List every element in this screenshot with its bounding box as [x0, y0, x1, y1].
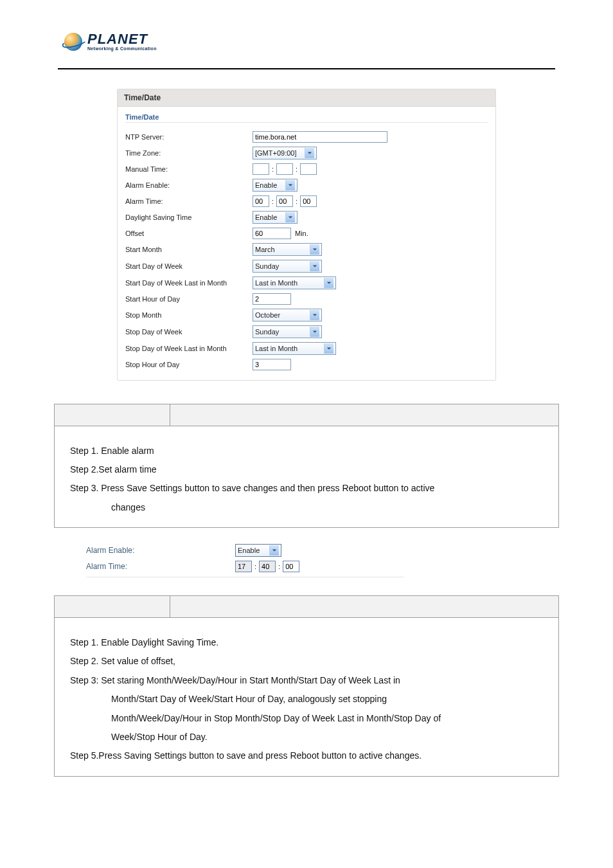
brand-name: PLANET	[87, 32, 157, 46]
globe-icon	[64, 33, 82, 51]
instr-line: Month/Start Day of Week/Start Hour of Da…	[70, 690, 546, 709]
instr-line: Step 5.Press Saving Settings button to s…	[70, 746, 546, 765]
alarm-sec-input-2[interactable]	[283, 561, 299, 572]
chevron-down-icon	[310, 310, 319, 320]
instr-line: Step 3: Set staring Month/Week/Day/Hour …	[70, 671, 546, 690]
manual-sec-input[interactable]	[300, 163, 317, 175]
alarm-sec-input[interactable]	[300, 195, 317, 207]
row-start-dow-last: Start Day of Week Last in Month Last in …	[125, 275, 488, 291]
row-manual-time: Manual Time: : :	[125, 161, 488, 177]
alarm-enable-select-2[interactable]: Enable	[235, 544, 281, 557]
start-hour-input[interactable]	[253, 293, 291, 305]
instr-line: changes	[70, 498, 546, 517]
panel-title: Time/Date	[118, 89, 495, 107]
time-date-panel: Time/Date Time/Date NTP Server: Time Zon…	[117, 89, 496, 381]
page-header: PLANET Networking & Communication	[0, 0, 613, 59]
brand-tagline: Networking & Communication	[87, 46, 157, 51]
row-alarm-enable: Alarm Enable: Enable	[125, 177, 488, 194]
row-dst: Daylight Saving Time Enable	[125, 209, 488, 226]
label-alarm-enable: Alarm Enable:	[125, 181, 253, 189]
instr-line: Step 3. Press Save Settings button to sa…	[70, 479, 546, 498]
instr-line: Week/Stop Hour of Day.	[70, 728, 546, 746]
alarm-min-input-2[interactable]	[259, 561, 276, 572]
row-time-zone: Time Zone: [GMT+09:00]	[125, 145, 488, 161]
row-stop-dow: Stop Day of Week Sunday	[125, 323, 488, 340]
offset-unit: Min.	[291, 230, 308, 237]
alarm-hour-input-2[interactable]	[235, 561, 252, 572]
instruction-header	[55, 596, 558, 618]
dst-enable-select[interactable]: Enable	[253, 211, 298, 224]
label-stop-dow-last: Stop Day of Week Last in Month	[125, 345, 253, 352]
fieldset-legend: Time/Date	[125, 109, 488, 123]
alarm-min-input[interactable]	[276, 195, 293, 207]
start-dow-last-select[interactable]: Last in Month	[253, 276, 336, 289]
label-start-dow: Start Day of Week	[125, 262, 253, 270]
row-start-dow: Start Day of Week Sunday	[125, 258, 488, 275]
instr-line: Step 2.Set alarm time	[70, 460, 546, 479]
chevron-down-icon	[324, 343, 333, 354]
label-ntp: NTP Server:	[125, 133, 253, 141]
instr-line: Month/Week/Day/Hour in Stop Month/Stop D…	[70, 709, 546, 728]
chevron-down-icon	[310, 261, 319, 271]
timezone-select[interactable]: [GMT+09:00]	[253, 147, 317, 159]
alarm-hour-input[interactable]	[253, 195, 269, 207]
chevron-down-icon	[324, 278, 333, 288]
label-alarm-enable-2: Alarm Enable:	[86, 546, 235, 555]
row-stop-hour: Stop Hour of Day	[125, 357, 488, 372]
start-dow-select[interactable]: Sunday	[253, 260, 322, 273]
row-stop-dow-last: Stop Day of Week Last in Month Last in M…	[125, 340, 488, 357]
instruction-box-2: Step 1. Enable Daylight Saving Time. Ste…	[54, 595, 559, 777]
instruction-box-1: Step 1. Enable alarm Step 2.Set alarm ti…	[54, 404, 559, 529]
label-stop-hour: Stop Hour of Day	[125, 361, 253, 368]
label-stop-month: Stop Month	[125, 311, 253, 319]
row-offset: Offset Min.	[125, 226, 488, 241]
manual-min-input[interactable]	[276, 163, 293, 175]
chevron-down-icon	[310, 327, 319, 337]
label-dst: Daylight Saving Time	[125, 213, 253, 221]
chevron-down-icon	[305, 148, 314, 158]
stop-hour-input[interactable]	[253, 359, 291, 370]
label-start-dow-last: Start Day of Week Last in Month	[125, 279, 253, 287]
row-ntp-server: NTP Server:	[125, 129, 488, 145]
row-stop-month: Stop Month October	[125, 307, 488, 323]
label-offset: Offset	[125, 230, 253, 237]
instr-line: Step 1. Enable alarm	[70, 442, 546, 460]
label-manual-time: Manual Time:	[125, 165, 253, 173]
chevron-down-icon	[285, 212, 295, 222]
instruction-header	[55, 404, 558, 426]
brand-logo: PLANET Networking & Communication	[64, 32, 157, 51]
manual-hour-input[interactable]	[253, 163, 269, 175]
instr-line: Step 1. Enable Daylight Saving Time.	[70, 633, 546, 652]
stop-dow-select[interactable]: Sunday	[253, 325, 322, 338]
stop-month-select[interactable]: October	[253, 309, 322, 321]
row-start-month: Start Month March	[125, 241, 488, 258]
ntp-server-input[interactable]	[253, 131, 387, 143]
instr-line: Step 2. Set value of offset,	[70, 652, 546, 671]
chevron-down-icon	[285, 180, 295, 190]
row-start-hour: Start Hour of Day	[125, 291, 488, 307]
label-stop-dow: Stop Day of Week	[125, 328, 253, 336]
row-alarm-time: Alarm Time: : :	[125, 194, 488, 209]
alarm-enable-select[interactable]: Enable	[253, 179, 298, 192]
label-start-hour: Start Hour of Day	[125, 295, 253, 303]
alarm-sample-panel: Alarm Enable: Enable Alarm Time: : :	[86, 542, 404, 577]
label-alarm-time-2: Alarm Time:	[86, 562, 235, 571]
label-start-month: Start Month	[125, 246, 253, 253]
label-alarm-time: Alarm Time:	[125, 197, 253, 205]
label-timezone: Time Zone:	[125, 149, 253, 157]
stop-dow-last-select[interactable]: Last in Month	[253, 342, 336, 355]
start-month-select[interactable]: March	[253, 243, 322, 256]
chevron-down-icon	[269, 545, 279, 556]
chevron-down-icon	[310, 244, 319, 255]
offset-input[interactable]	[253, 228, 291, 239]
